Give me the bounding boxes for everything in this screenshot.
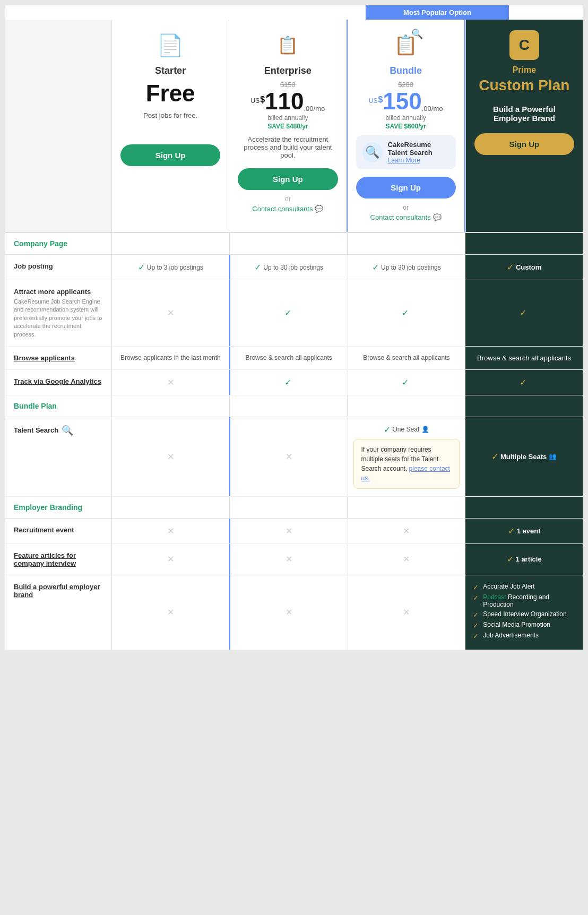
- track-bundle: ✓: [348, 370, 465, 395]
- browse-prime-text: Browse & search all applicants: [477, 354, 571, 362]
- pricing-table: Most Popular Option 📄 Starter Free Post …: [5, 5, 583, 650]
- articles-enterprise: ✕: [229, 544, 348, 575]
- enterprise-or: or: [238, 195, 338, 203]
- enterprise-price-row: US $ 110 .00/mo: [238, 90, 338, 113]
- enterprise-contact-icon: 💬: [315, 205, 323, 213]
- popular-banner: Most Popular Option: [5, 5, 583, 20]
- starter-signup-button[interactable]: Sign Up: [120, 144, 220, 166]
- prime-icon: C: [509, 30, 539, 60]
- talent-search-bundle: ✓ One Seat 👤 If your company requires mu…: [348, 417, 465, 496]
- check-gold-icon: ✓: [507, 554, 514, 564]
- prime-signup-button[interactable]: Sign Up: [474, 133, 574, 155]
- talent-search-box: 🔍 CakeResume Talent Search Learn More: [356, 135, 456, 169]
- employer-branding-label: Employer Branding: [5, 497, 111, 518]
- job-posting-prime: ✓ Custom: [465, 255, 583, 280]
- cross-icon: ✕: [167, 526, 174, 536]
- company-page-section: Company Page: [5, 233, 583, 255]
- job-posting-label-text: Job posting: [14, 262, 103, 270]
- enterprise-signup-button[interactable]: Sign Up: [238, 168, 338, 190]
- employer-branding-filler-1: [111, 497, 229, 518]
- cross-icon: ✕: [167, 554, 174, 564]
- check-gold-icon: ✓: [473, 621, 479, 629]
- bundle-contact-icon: 💬: [433, 213, 442, 221]
- job-posting-starter-text: Up to 3 job postings: [147, 264, 203, 271]
- plan-starter: 📄 Starter Free Post jobs for free. Sign …: [111, 20, 229, 232]
- browse-bundle-text: Browse & search all applicants: [363, 354, 449, 361]
- talent-search-info: CakeResume Talent Search Learn More: [388, 141, 449, 164]
- bundle-plan-filler-3: [347, 395, 465, 417]
- company-page-filler-3: [347, 233, 465, 254]
- person-icon: 👤: [421, 426, 429, 433]
- starter-tagline: Post jobs for free.: [120, 111, 220, 137]
- bundle-plan-section: Bundle Plan: [5, 395, 583, 417]
- feature-employer-brand: Build a powerful employer brand ✕ ✕ ✕ ✓ …: [5, 575, 583, 650]
- cross-icon: ✕: [403, 607, 410, 617]
- cross-icon: ✕: [286, 452, 292, 462]
- recruitment-event-prime-text: 1 event: [517, 527, 541, 535]
- attract-label-text: Attract more applicants: [14, 288, 103, 296]
- bundle-contact-label: Contact consultants: [370, 213, 431, 221]
- talent-search-label-col: Talent Search 🔍: [5, 417, 111, 496]
- employer-branding-section: Employer Branding: [5, 497, 583, 519]
- employer-brand-prime-list: ✓ Accurate Job Alert ✓ Podcast Recording…: [471, 583, 577, 642]
- enterprise-price: 110: [265, 90, 304, 113]
- enterprise-currency: US: [251, 97, 260, 105]
- attract-bundle: ✓: [348, 280, 465, 346]
- talent-search-prime: ✓ Multiple Seats 👥: [465, 417, 583, 496]
- attract-starter: ✕: [111, 280, 229, 346]
- cross-icon: ✕: [403, 526, 410, 536]
- employer-brand-enterprise: ✕: [229, 575, 348, 650]
- speed-interview-text: Speed Interview Organization: [483, 610, 566, 618]
- cross-icon: ✕: [167, 452, 174, 462]
- check-icon: ✓: [138, 262, 145, 272]
- cross-icon: ✕: [403, 554, 410, 564]
- bundle-or: or: [356, 204, 456, 211]
- attract-enterprise: ✓: [229, 280, 348, 346]
- browse-prime: Browse & search all applicants: [465, 347, 583, 369]
- employer-brand-bundle: ✕: [348, 575, 465, 650]
- check-icon: ✓: [284, 308, 291, 318]
- check-icon: ✓: [402, 308, 409, 318]
- company-page-filler-2: [229, 233, 347, 254]
- bundle-save: SAVE $600/yr: [356, 123, 456, 130]
- track-label: Track via Google Analytics: [5, 370, 111, 395]
- recruitment-event-starter: ✕: [111, 519, 229, 543]
- bundle-plan-filler-1: [111, 395, 229, 417]
- recruitment-event-label: Recruitment event: [5, 519, 111, 543]
- feature-articles: Feature articles for company interview ✕…: [5, 544, 583, 575]
- social-media-text: Social Media Promotion: [483, 621, 550, 628]
- recruitment-event-bundle: ✕: [348, 519, 465, 543]
- articles-prime: ✓ 1 article: [465, 544, 583, 575]
- accurate-job-alert-text: Accurate Job Alert: [483, 583, 534, 590]
- enterprise-contact[interactable]: Contact consultants 💬: [238, 205, 338, 213]
- job-ads-text: Job Advertisements: [483, 632, 539, 639]
- enterprise-billed: billed annually: [238, 114, 338, 122]
- job-posting-label: Job posting: [5, 255, 111, 280]
- bundle-price: 150: [383, 90, 421, 113]
- cross-icon: ✕: [286, 554, 292, 564]
- articles-bundle: ✕: [348, 544, 465, 575]
- plan-bundle: 📋 🔍 Bundle $200 US $ 150 .00/mo billed a…: [347, 20, 465, 232]
- feature-track: Track via Google Analytics ✕ ✓ ✓ ✓: [5, 370, 583, 395]
- bundle-name: Bundle: [356, 65, 456, 76]
- talent-search-link[interactable]: Learn More: [388, 157, 449, 164]
- bundle-plan-label: Bundle Plan: [5, 395, 111, 417]
- employer-branding-filler-2: [229, 497, 347, 518]
- enterprise-original-price: $150: [238, 81, 338, 89]
- talent-search-prime-text: Multiple Seats: [500, 453, 547, 461]
- starter-name: Starter: [120, 65, 220, 76]
- bundle-signup-button[interactable]: Sign Up: [356, 177, 456, 198]
- check-icon: ✓: [284, 377, 291, 387]
- check-icon: ✓: [254, 262, 261, 272]
- check-gold-icon: ✓: [473, 611, 479, 619]
- people-icon: 👥: [549, 453, 557, 460]
- feature-browse: Browse applicants Browse applicants in t…: [5, 347, 583, 370]
- bundle-currency: US: [369, 97, 378, 105]
- prime-feature-job-ads: ✓ Job Advertisements: [473, 632, 575, 640]
- employer-brand-label-text: Build a powerful employer brand: [14, 583, 103, 599]
- employer-brand-prime: ✓ Accurate Job Alert ✓ Podcast Recording…: [465, 575, 583, 650]
- talent-search-row-icon: 🔍: [62, 425, 73, 436]
- bundle-contact[interactable]: Contact consultants 💬: [356, 213, 456, 221]
- job-posting-starter-val: ✓ Up to 3 job postings: [138, 262, 203, 272]
- plans-header: 📄 Starter Free Post jobs for free. Sign …: [5, 20, 583, 233]
